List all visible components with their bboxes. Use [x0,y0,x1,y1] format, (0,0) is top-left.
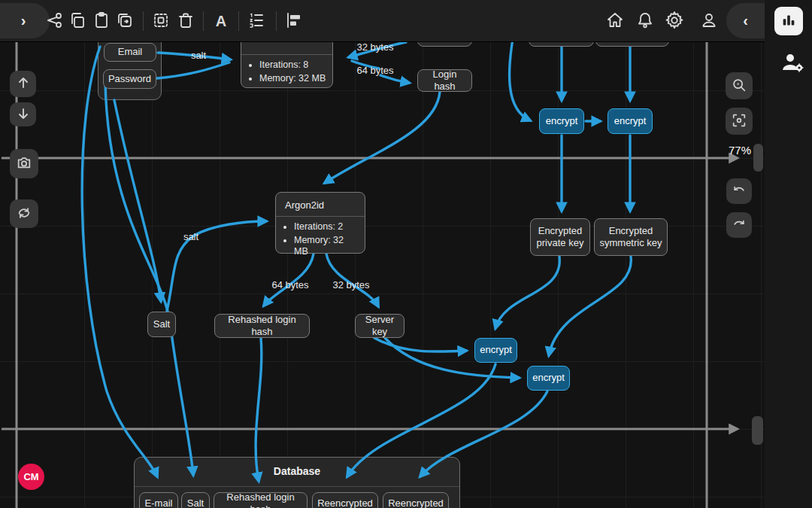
align-left-button[interactable] [281,8,307,34]
node-server-key[interactable]: Server key [355,314,404,338]
clipboard-icon [92,11,111,32]
gear-icon [665,11,684,32]
node-login-hash[interactable]: Login hash [417,69,472,92]
app-window: Database EmailPasswordIterations: 8Memor… [0,0,812,508]
home-icon [606,11,624,32]
person-icon [700,11,718,32]
label-bytes64-mid[interactable]: 64 bytes [271,279,308,291]
node-argon2id[interactable]: Argon2idIterations: 2Memory: 32 MB [275,192,365,254]
scissors-icon [46,11,64,32]
magnifier-icon [731,77,747,96]
bar-chart-button[interactable] [774,7,803,35]
focus-icon [731,112,747,131]
label-bytes32-mid[interactable]: 32 bytes [332,279,369,291]
node-encrypted-symmetric-key[interactable]: Encrypted symmetric key [594,218,668,256]
node-encrypt-top-1[interactable]: encrypt [539,108,584,134]
move-down-button[interactable] [10,102,36,126]
home-button[interactable] [602,8,628,34]
node-title: Argon2id [276,193,365,217]
text-tool-icon: A [216,13,226,30]
chevron-right-icon: › [21,12,26,29]
vertical-scrollbar-thumb-2[interactable] [752,416,763,445]
account-button[interactable] [696,8,722,34]
node-salt-box[interactable]: Salt [147,312,176,337]
node-bullets: Iterations: 8Memory: 32 MB [241,59,332,84]
toolbar-divider [238,11,239,31]
node-db-rehashed[interactable]: Rehashed login hash [214,492,308,508]
node-email[interactable]: Email [104,43,156,62]
node-db-reencrypted-1[interactable]: Reencrypted [312,492,378,508]
label-bytes32-top[interactable]: 32 bytes [356,41,393,53]
text-tool-button[interactable]: A [208,8,234,34]
zoom-in-button[interactable] [726,72,753,99]
bell-icon [636,11,654,32]
numbered-list-button[interactable] [244,8,269,34]
node-db-salt[interactable]: Salt [181,492,210,508]
user-gear-icon [780,65,804,77]
arrow-down-icon [16,106,31,123]
duplicate-icon [116,11,134,32]
arrow-up-icon [16,75,31,93]
node-db-email[interactable]: E-mail [139,492,178,508]
node-bullets: Iterations: 2Memory: 32 MB [276,221,365,258]
user-settings-button[interactable] [776,51,801,75]
node-encrypted-private-key[interactable]: Encrypted private key [530,218,590,256]
camera-icon [16,154,32,173]
vertical-scrollbar-thumb[interactable] [753,144,763,172]
node-encrypt-mid-1[interactable]: encrypt [474,338,517,363]
settings-button[interactable] [662,8,687,34]
notifications-button[interactable] [632,8,658,34]
label-salt-top[interactable]: salt [191,50,206,61]
duplicate-button[interactable] [112,8,138,34]
numbered-list-icon [247,11,265,32]
cut-button[interactable] [42,8,68,34]
label-salt-mid[interactable]: salt [183,231,198,242]
align-left-icon [285,11,303,32]
node-password[interactable]: Password [103,69,156,89]
node-rehashed-login-hash[interactable]: Rehashed login hash [214,314,310,338]
right-app-bar [765,0,812,508]
screenshot-button[interactable] [10,149,38,178]
node-encrypt-mid-2[interactable]: encrypt [527,366,570,391]
redo-button[interactable] [726,212,752,238]
paste-button[interactable] [89,8,114,34]
zoom-level: 77% [726,144,753,157]
node-db-reencrypted-2[interactable]: Reencrypted [383,492,449,508]
node-encrypt-top-2[interactable]: encrypt [607,108,653,134]
toolbar-divider [203,11,204,31]
toolbar-divider [276,11,277,31]
sync-button[interactable] [10,199,38,228]
chevron-left-icon: ‹ [743,12,748,29]
cm-logo[interactable]: CM [18,464,44,490]
top-toolbar: › [0,0,765,41]
trash-icon [177,11,195,32]
bar-chart-icon [780,12,797,31]
redo-icon [732,217,747,234]
move-up-button[interactable] [10,71,36,97]
copy-button[interactable] [65,8,90,34]
fit-view-button[interactable] [726,108,753,135]
undo-button[interactable] [726,178,752,204]
diagram-canvas[interactable]: Database EmailPasswordIterations: 8Memor… [0,0,765,508]
selection-box-icon [152,11,170,32]
label-bytes64-top[interactable]: 64 bytes [356,65,393,76]
collapse-panel-button[interactable]: ‹ [726,3,765,38]
sync-icon [16,205,32,224]
undo-icon [732,183,747,200]
toolbar-divider [143,11,144,31]
delete-button[interactable] [173,8,198,34]
copy-icon [68,11,86,32]
select-all-button[interactable] [148,8,174,34]
